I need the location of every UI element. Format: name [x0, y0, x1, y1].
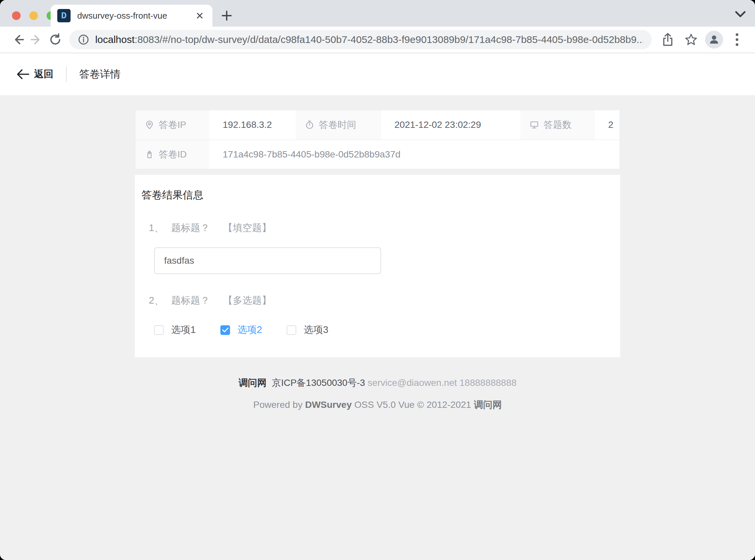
back-icon[interactable] — [9, 30, 27, 49]
tab-title: dwsurvey-oss-front-vue — [77, 11, 194, 21]
page-footer: 调问网京ICP备13050030号-3 service@diaowen.net … — [135, 377, 620, 411]
back-button[interactable]: 返回 — [17, 67, 53, 81]
question-number: 2、 — [149, 294, 164, 307]
checkbox-label: 选项1 — [171, 323, 196, 337]
checkbox-label: 选项2 — [237, 323, 262, 337]
question-1-title: 1、 题标题？ 【填空题】 — [149, 221, 620, 235]
url-host: localhost — [95, 34, 135, 45]
page-title: 答卷详情 — [79, 67, 121, 81]
footer-phone: 18888888888 — [460, 378, 516, 388]
answer-ip-label: 答卷IP — [159, 119, 186, 131]
bookmark-star-icon[interactable] — [682, 30, 700, 49]
tag-icon — [145, 150, 154, 159]
question-text: 题标题？ — [171, 221, 210, 235]
url-text[interactable]: localhost:8083/#/no-top/dw-survey/d/data… — [95, 34, 643, 45]
share-icon[interactable] — [658, 30, 677, 49]
checkbox-icon — [287, 325, 296, 335]
browser-toolbar: localhost:8083/#/no-top/dw-survey/d/data… — [0, 27, 755, 53]
browser-menu-icon[interactable] — [728, 30, 746, 49]
fill-blank-answer-input[interactable] — [154, 247, 381, 274]
address-bar[interactable]: localhost:8083/#/no-top/dw-survey/d/data… — [69, 30, 652, 49]
header-divider — [66, 66, 66, 82]
powered-brand: DWSurvey — [305, 400, 351, 410]
powered-middle: OSS V5.0 Vue © 2012-2021 — [351, 400, 474, 410]
answer-count-label-cell: 答题数 — [520, 110, 595, 140]
main-content: 答卷IP 192.168.3.2 答卷时间 2021-12-02 23:02:2… — [0, 95, 755, 560]
monitor-icon — [530, 120, 539, 129]
checkbox-option-2[interactable]: 选项2 — [220, 323, 262, 337]
page-header: 返回 答卷详情 — [0, 53, 755, 95]
question-number: 1、 — [149, 221, 164, 235]
checkbox-label: 选项3 — [304, 323, 328, 337]
checkbox-options-row: 选项1 选项2 选项3 — [154, 323, 620, 337]
browser-window: D dwsurvey-oss-front-vue — [0, 0, 755, 560]
footer-brand: 调问网 — [238, 378, 266, 388]
question-text: 题标题？ — [171, 294, 210, 307]
back-label: 返回 — [34, 67, 53, 81]
toolbar-actions — [658, 30, 746, 49]
profile-avatar[interactable] — [705, 31, 723, 48]
favicon: D — [57, 9, 70, 22]
tab-strip: D dwsurvey-oss-front-vue — [0, 0, 755, 27]
checkbox-option-3[interactable]: 选项3 — [287, 323, 328, 337]
answer-ip-label-cell: 答卷IP — [136, 110, 209, 140]
checkbox-checked-icon — [220, 325, 230, 335]
answer-ip-value: 192.168.3.2 — [209, 110, 295, 140]
answer-id-label-cell: 答卷ID — [136, 140, 209, 169]
answer-id-label: 答卷ID — [159, 148, 187, 161]
answer-count-value: 2 — [595, 110, 619, 140]
powered-site: 调问网 — [474, 400, 502, 410]
answer-info-table: 答卷IP 192.168.3.2 答卷时间 2021-12-02 23:02:2… — [135, 109, 620, 169]
question-type-tag: 【填空题】 — [223, 221, 271, 235]
answer-count-label: 答题数 — [544, 119, 572, 131]
powered-prefix: Powered by — [253, 400, 305, 410]
close-window-button[interactable] — [12, 11, 21, 20]
location-icon — [145, 120, 154, 129]
question-type-tag: 【多选题】 — [223, 294, 271, 307]
checkbox-option-1[interactable]: 选项1 — [154, 323, 196, 337]
browser-tab[interactable]: D dwsurvey-oss-front-vue — [50, 5, 212, 27]
question-2-title: 2、 题标题？ 【多选题】 — [149, 294, 620, 307]
url-path: :8083/#/no-top/dw-survey/d/data/c98fa140… — [135, 34, 643, 45]
reload-icon[interactable] — [46, 30, 65, 49]
footer-info-line: 调问网京ICP备13050030号-3 service@diaowen.net … — [135, 377, 620, 389]
minimize-window-button[interactable] — [29, 11, 38, 20]
forward-icon[interactable] — [27, 30, 46, 49]
back-arrow-icon — [17, 69, 29, 80]
tab-close-icon[interactable] — [194, 9, 206, 22]
answer-time-value: 2021-12-02 23:02:29 — [381, 110, 520, 140]
page-info-icon[interactable] — [78, 34, 89, 45]
section-title: 答卷结果信息 — [142, 188, 620, 202]
checkbox-icon — [154, 325, 164, 335]
new-tab-button[interactable] — [219, 8, 234, 23]
timer-icon — [305, 120, 314, 129]
answer-id-value: 171a4c98-7b85-4405-b98e-0d52b8b9a37d — [209, 140, 619, 169]
footer-email[interactable]: service@diaowen.net — [368, 378, 457, 388]
traffic-lights — [12, 11, 55, 20]
tab-search-chevron-icon[interactable] — [734, 11, 746, 18]
answer-result-card: 答卷结果信息 1、 题标题？ 【填空题】 2、 题标题？ 【多选题】 选项1 — [135, 175, 620, 357]
footer-powered-line: Powered by DWSurvey OSS V5.0 Vue © 2012-… — [135, 399, 620, 411]
answer-time-label: 答卷时间 — [319, 119, 356, 131]
answer-time-label-cell: 答卷时间 — [295, 110, 381, 140]
footer-icp: 京ICP备13050030号-3 — [272, 378, 365, 388]
